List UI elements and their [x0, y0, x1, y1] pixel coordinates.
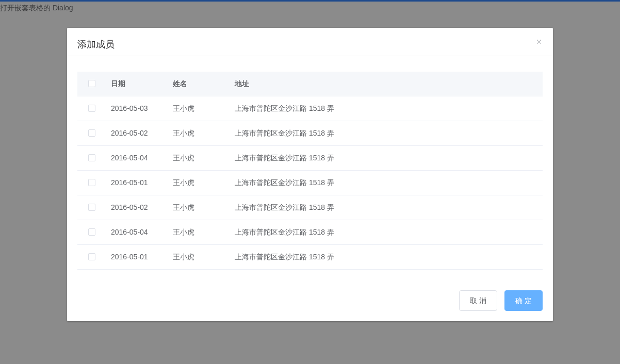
cell-address: 上海市普陀区金沙江路 1518 弄: [230, 195, 543, 220]
cell-address: 上海市普陀区金沙江路 1518 弄: [230, 96, 543, 121]
dialog-body: 日期 姓名 地址 2016-05-03王小虎上海市普陀区金沙江路 1518 弄2…: [67, 56, 553, 285]
cell-address: 上海市普陀区金沙江路 1518 弄: [230, 146, 543, 170]
cell-date: 2016-05-04: [106, 220, 168, 244]
cell-date: 2016-05-03: [106, 96, 168, 121]
cell-name: 王小虎: [168, 195, 230, 220]
cancel-button[interactable]: 取 消: [459, 290, 497, 311]
table-row[interactable]: 2016-05-04王小虎上海市普陀区金沙江路 1518 弄: [77, 220, 543, 245]
table-row[interactable]: 2016-05-02王小虎上海市普陀区金沙江路 1518 弄: [77, 121, 543, 146]
table-header-row: 日期 姓名 地址: [77, 72, 543, 96]
row-checkbox[interactable]: [88, 179, 95, 186]
row-checkbox[interactable]: [88, 129, 95, 137]
cell-name: 王小虎: [168, 171, 230, 195]
dialog-footer: 取 消 确 定: [67, 285, 553, 321]
dialog-header: 添加成员: [67, 28, 553, 56]
cell-address: 上海市普陀区金沙江路 1518 弄: [230, 220, 543, 244]
cell-name: 王小虎: [168, 245, 230, 269]
row-checkbox[interactable]: [88, 204, 95, 211]
row-checkbox-cell: [77, 121, 106, 145]
row-checkbox[interactable]: [88, 228, 95, 236]
header-date: 日期: [106, 72, 168, 96]
cell-address: 上海市普陀区金沙江路 1518 弄: [230, 121, 543, 145]
header-address: 地址: [230, 72, 543, 96]
cell-name: 王小虎: [168, 121, 230, 145]
close-icon[interactable]: [535, 38, 543, 47]
row-checkbox-cell: [77, 195, 106, 220]
cell-date: 2016-05-04: [106, 146, 168, 170]
table-row[interactable]: 2016-05-03王小虎上海市普陀区金沙江路 1518 弄: [77, 96, 543, 121]
row-checkbox-cell: [77, 96, 106, 121]
cell-name: 王小虎: [168, 146, 230, 170]
row-checkbox-cell: [77, 171, 106, 195]
row-checkbox[interactable]: [88, 105, 95, 112]
modal-overlay: 添加成员 日期 姓名 地址 2016-05-03王小虎上海市普陀区金沙江路 15…: [0, 0, 620, 364]
row-checkbox-cell: [77, 220, 106, 244]
row-checkbox-cell: [77, 146, 106, 170]
dialog: 添加成员 日期 姓名 地址 2016-05-03王小虎上海市普陀区金沙江路 15…: [67, 28, 553, 321]
row-checkbox-cell: [77, 245, 106, 269]
header-name: 姓名: [168, 72, 230, 96]
cell-date: 2016-05-01: [106, 245, 168, 269]
cell-address: 上海市普陀区金沙江路 1518 弄: [230, 245, 543, 269]
table-row[interactable]: 2016-05-02王小虎上海市普陀区金沙江路 1518 弄: [77, 195, 543, 220]
row-checkbox[interactable]: [88, 154, 95, 161]
cell-date: 2016-05-01: [106, 171, 168, 195]
table-row[interactable]: 2016-05-01王小虎上海市普陀区金沙江路 1518 弄: [77, 171, 543, 195]
select-all-checkbox[interactable]: [88, 80, 95, 87]
cell-name: 王小虎: [168, 220, 230, 244]
header-checkbox-cell: [77, 72, 106, 96]
table-body-scroll[interactable]: 2016-05-03王小虎上海市普陀区金沙江路 1518 弄2016-05-02…: [77, 96, 543, 270]
cell-name: 王小虎: [168, 96, 230, 121]
table-row[interactable]: 2016-05-04王小虎上海市普陀区金沙江路 1518 弄: [77, 146, 543, 171]
confirm-button[interactable]: 确 定: [504, 290, 543, 311]
table-body: 2016-05-03王小虎上海市普陀区金沙江路 1518 弄2016-05-02…: [77, 96, 543, 270]
table: 日期 姓名 地址 2016-05-03王小虎上海市普陀区金沙江路 1518 弄2…: [77, 72, 543, 270]
cell-address: 上海市普陀区金沙江路 1518 弄: [230, 171, 543, 195]
table-row[interactable]: 2016-05-01王小虎上海市普陀区金沙江路 1518 弄: [77, 245, 543, 270]
cell-date: 2016-05-02: [106, 195, 168, 220]
dialog-title: 添加成员: [77, 39, 115, 49]
cell-date: 2016-05-02: [106, 121, 168, 145]
row-checkbox[interactable]: [88, 253, 95, 260]
